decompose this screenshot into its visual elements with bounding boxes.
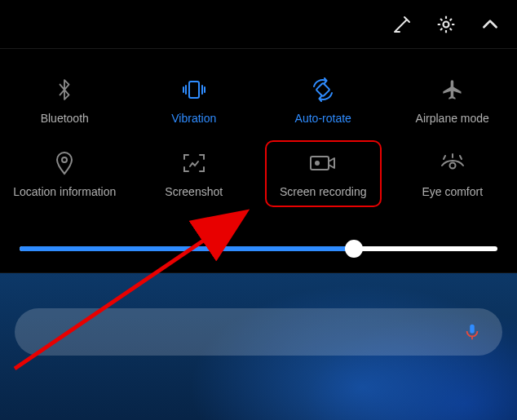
- wallpaper: [0, 258, 517, 420]
- vibration-icon: [180, 76, 208, 104]
- svg-point-5: [315, 161, 320, 166]
- svg-rect-2: [316, 83, 330, 97]
- tile-vibration[interactable]: Vibration: [130, 64, 259, 137]
- tile-label: Vibration: [171, 112, 216, 125]
- eye-comfort-icon: [439, 149, 466, 177]
- auto-rotate-icon: [311, 76, 335, 104]
- settings-icon: [435, 14, 457, 35]
- panel-topbar: [0, 0, 517, 49]
- tile-label: Screen recording: [280, 185, 367, 198]
- tile-label: Airplane mode: [416, 112, 489, 125]
- screenshot-icon: [182, 149, 206, 177]
- edit-button[interactable]: [391, 14, 413, 35]
- tile-label: Bluetooth: [41, 112, 89, 125]
- tile-label: Eye comfort: [422, 185, 483, 198]
- svg-rect-1: [189, 82, 199, 98]
- screen-recording-icon: [309, 149, 337, 177]
- brightness-slider[interactable]: [20, 246, 497, 251]
- search-bar[interactable]: [15, 308, 502, 356]
- edit-icon: [392, 15, 412, 34]
- tile-screen-recording[interactable]: Screen recording: [258, 137, 388, 210]
- notification-panel: Bluetooth Vibration Auto-: [0, 0, 517, 273]
- tile-label: Screenshot: [165, 185, 223, 198]
- bluetooth-icon: [55, 76, 73, 104]
- svg-point-6: [449, 163, 455, 169]
- location-icon: [55, 149, 74, 177]
- expand-button[interactable]: [479, 14, 501, 35]
- quick-settings-grid: Bluetooth Vibration Auto-: [0, 49, 517, 228]
- airplane-icon: [441, 76, 464, 104]
- tile-auto-rotate[interactable]: Auto-rotate: [258, 64, 388, 137]
- tile-location[interactable]: Location information: [0, 137, 130, 210]
- tile-screenshot[interactable]: Screenshot: [130, 137, 259, 210]
- svg-point-0: [444, 21, 449, 27]
- settings-button[interactable]: [435, 14, 457, 35]
- tile-bluetooth[interactable]: Bluetooth: [0, 64, 130, 137]
- brightness-fill: [20, 246, 354, 251]
- tile-airplane-mode[interactable]: Airplane mode: [388, 64, 518, 137]
- tile-eye-comfort[interactable]: Eye comfort: [388, 137, 518, 210]
- brightness-row: [0, 228, 517, 273]
- chevron-up-icon: [479, 14, 501, 35]
- tile-label: Auto-rotate: [295, 112, 351, 125]
- svg-point-3: [62, 157, 67, 162]
- mic-icon: [463, 323, 481, 341]
- brightness-thumb[interactable]: [345, 240, 363, 258]
- tile-label: Location information: [13, 185, 116, 198]
